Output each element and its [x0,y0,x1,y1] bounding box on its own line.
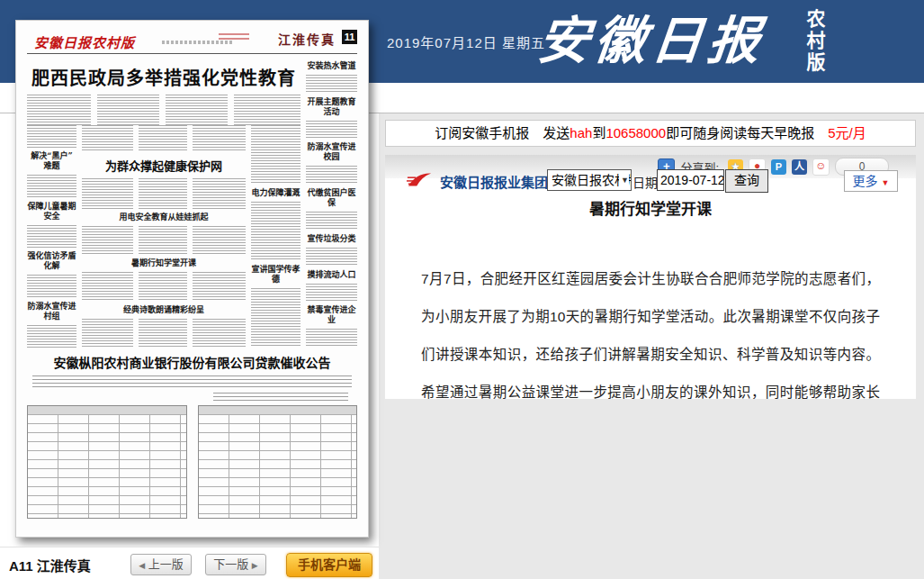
newspaper-subhead: 宣传垃圾分类 [306,234,357,244]
newspaper-subhead: 为群众撑起健康保护网 [82,157,246,174]
newsprint-text [251,202,301,261]
bank-notice: 安徽枞阳农村商业银行股份有限公司贷款催收公告 [27,353,357,519]
newsprint-text [27,225,76,248]
loan-table-right [198,405,358,519]
tencent-weibo-share-icon[interactable]: P [771,159,786,175]
newspaper-subhead: 电力保障灌溉 [251,188,301,198]
newsprint-text [82,319,246,348]
page: 2019年07月12日 星期五 安徽日报 农村版 安徽日报报业集团报系: 安徽日… [0,0,924,579]
newspaper-page-thumbnail[interactable]: 安徽日报农村版 江淮传真 11 肥西民政局多举措强化党性教育 解决“黑户”难题 … [15,20,369,538]
newspaper-subhead: 防溺水宣传进校园 [306,142,357,162]
newsprint-text [27,275,76,297]
newspaper-column-1: 解决“黑户”难题 保障儿童暑期安全 强化信访矛盾化解 防溺水宣传进村组 [27,125,76,348]
newspaper-subhead: 代缴贫困户医保 [306,188,357,208]
article-title: 暑期行知学堂开课 [385,196,916,219]
newsprint-text [27,95,301,125]
newspaper-subhead: 暑期行知学堂开课 [82,258,246,268]
date-label: 日期 [632,173,658,191]
subscription-segment: 到 [592,125,606,140]
newsprint-text [27,325,76,348]
prev-page-button[interactable]: ◀ 上一版 [130,554,192,575]
subscription-banner: 订阅安徽手机报 发送hah到10658000即可随身阅读每天早晚报 5元/月 [385,120,916,147]
more-button[interactable]: 更多 ▼ [844,170,898,192]
newspaper-masthead-row: 安徽日报农村版 江淮传真 11 [27,29,357,52]
newspaper-subhead: 解决“黑户”难题 [27,151,76,171]
newspaper-column-5: 电力保障灌溉 宣讲国学传孝德 [251,125,301,348]
bank-notice-headline: 安徽枞阳农村商业银行股份有限公司贷款催收公告 [27,353,357,371]
newsprint-text [32,375,352,389]
newsprint-text [306,284,357,303]
left-arrow-icon: ◀ [139,561,145,570]
newspaper-subhead: 宣讲国学传孝德 [251,265,301,285]
newsprint-text [27,125,76,148]
newspaper-body: 肥西民政局多举措强化党性教育 解决“黑户”难题 保障儿童暑期安全 强化信访矛盾化… [27,58,357,348]
subscription-code: hah [570,125,592,140]
newsprint-text [306,121,357,140]
loan-table-left [27,405,187,519]
newspaper-subhead: 经典诗歌朗诵精彩纷呈 [82,305,246,315]
more-button-label: 更多 [853,174,878,188]
article-body: 暑期行知学堂开课 7月7日，合肥经开区红莲园居委会计生协联合合肥师范学院的志愿者… [385,178,916,399]
people-weibo-share-icon[interactable]: ☺ [812,158,830,176]
newspaper-subhead: 开展主题教育活动 [306,97,357,117]
newsprint-text [306,166,357,185]
newspaper-subhead: 强化信访矛盾化解 [27,251,76,271]
prev-page-label: 上一版 [148,557,184,571]
anhui-daily-logo-icon [406,170,433,190]
newspaper-masthead: 安徽日报农村版 [34,32,135,51]
next-page-button[interactable]: 下一版 ▶ [205,554,266,575]
newspaper-column-6: 安装热水管道 开展主题教育活动 防溺水宣传进校园 代缴贫困户医保 宣传垃圾分类 … [306,58,357,348]
newspaper-section-title: 江淮传真 [278,30,336,48]
newspaper-subhead: 摸排流动人口 [306,270,357,280]
site-masthead-logo: 安徽日报 [534,2,803,79]
mobile-client-button[interactable]: 手机客户端 [286,553,372,577]
right-arrow-icon: ▶ [252,561,258,570]
newspaper-columns: 解决“黑户”难题 保障儿童暑期安全 强化信访矛盾化解 防溺水宣传进村组 为群众撑… [27,125,301,348]
chevron-down-icon: ▼ [619,170,629,190]
subscription-segment: 即可随身阅读每天早晚报 [666,125,828,140]
newsprint-text [82,178,246,209]
newsprint-text [306,329,357,348]
bank-notice-tables [27,405,357,519]
more-dropdown-icon: ▼ [881,178,889,187]
newsprint-text [306,212,357,231]
newspaper-center-zone: 为群众撑起健康保护网 用电安全教育从娃娃抓起 暑期行知学堂开课 经典诗歌朗诵精彩… [82,125,246,348]
subscription-price: 5元/月 [828,125,866,140]
newsprint-text [251,288,301,348]
newspaper-main-headline: 肥西民政局多举措强化党性教育 [27,64,301,90]
date-input[interactable]: 2019-07-12 [657,169,724,191]
newspaper-subhead: 用电安全教育从娃娃抓起 [82,213,246,222]
bank-notice-signature [213,393,348,401]
page-label: A11 江淮传真 [9,556,91,574]
newspaper-subhead: 防溺水宣传进村组 [27,302,76,321]
article-card: + 分享到: ★ ● P 人 ☺ 0 暑期行知学堂开课 7月7日，合肥经开区红莲… [385,155,916,399]
newsprint-text [82,125,246,152]
newspaper-subhead: 安装热水管道 [306,61,357,71]
newsprint-text [306,248,357,267]
newsprint-text [306,75,357,94]
newspaper-date-line [219,33,249,42]
footer-bar: A11 江淮传真 ◀ 上一版 下一版 ▶ 手机客户端 [0,547,379,579]
renren-share-icon[interactable]: 人 [792,159,807,175]
subscription-number: 10658000 [606,125,666,140]
newsprint-text [82,272,246,301]
newspaper-left-zone: 肥西民政局多举措强化党性教育 解决“黑户”难题 保障儿童暑期安全 强化信访矛盾化… [27,58,301,348]
subscription-segment: 订阅安徽手机报 发送 [435,125,570,140]
header-date: 2019年07月12日 星期五 [387,32,545,51]
site-masthead-suffix: 农村版 [803,9,825,74]
query-button[interactable]: 查询 [725,169,768,193]
next-page-label: 下一版 [213,557,248,571]
newspaper-page-number: 11 [342,30,357,44]
newsprint-text [82,226,246,255]
article-text: 7月7日，合肥经开区红莲园居委会计生协联合合肥师范学院的志愿者们，为小朋友开展了… [421,260,880,399]
masthead-divider [27,53,357,54]
newspaper-subhead: 禁毒宣传进企业 [306,305,357,325]
newspaper-subhead: 保障儿童暑期安全 [27,202,76,222]
edition-select[interactable]: 安徽日报农村版 ▼ [547,169,632,191]
newsprint-text [27,175,76,197]
newsprint-text [251,125,301,185]
